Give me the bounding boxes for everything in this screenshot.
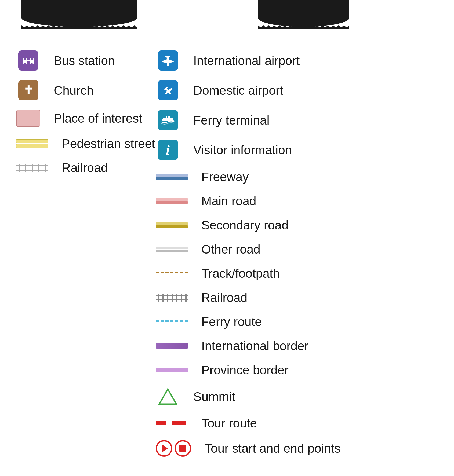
main-road-line-icon xyxy=(156,198,188,204)
railroad-left-icon-container xyxy=(16,164,48,172)
intl-border-line-icon xyxy=(156,343,188,349)
poi-label: Place of interest xyxy=(54,111,142,126)
dom-airport-label: Domestic airport xyxy=(193,83,283,98)
legend-item-other-road: Other road xyxy=(156,237,438,261)
visitor-info-icon-box: i xyxy=(158,140,178,160)
ferry-route-label: Ferry route xyxy=(201,314,262,329)
ped-line-top xyxy=(16,139,48,143)
freeway-label: Freeway xyxy=(201,170,249,184)
legend-item-intl-border: International border xyxy=(156,334,438,358)
legend-item-tour-route: Tour route xyxy=(156,411,438,435)
legend-item-summit: Summit xyxy=(156,382,438,411)
rr-tie-4 xyxy=(172,294,173,302)
railroad-left-label: Railroad xyxy=(62,160,108,175)
rail-ties xyxy=(16,164,48,172)
pedestrian-street-icon xyxy=(16,139,48,148)
other-road-line-icon xyxy=(156,246,188,252)
track-icon-container xyxy=(156,272,188,275)
wavy-shape-right xyxy=(258,0,349,27)
tour-route-line-icon xyxy=(156,421,188,425)
svg-point-5 xyxy=(23,63,26,66)
legend-item-tour-points: Tour start and end points xyxy=(156,435,438,462)
ped-line-bottom xyxy=(16,144,48,148)
right-legend-column: International airport Dom xyxy=(156,46,438,462)
legend-item-visitor-info: i Visitor information xyxy=(156,135,438,165)
tour-route-label: Tour route xyxy=(201,416,257,430)
left-legend-column: Bus station ✝ Church Place of interest xyxy=(16,46,156,462)
legend-item-bus-station: Bus station xyxy=(16,46,156,75)
legend-item-secondary-road: Secondary road xyxy=(156,213,438,237)
legend-item-pedestrian: Pedestrian street xyxy=(16,131,156,156)
svg-rect-7 xyxy=(23,57,34,58)
bus-station-icon-box xyxy=(18,50,38,71)
svg-rect-16 xyxy=(166,116,167,119)
summit-label: Summit xyxy=(193,389,235,404)
secondary-road-line-icon xyxy=(156,222,188,228)
ferry-terminal-icon-box xyxy=(158,110,178,130)
legend-item-railroad-left: Railroad xyxy=(16,156,156,180)
track-label: Track/footpath xyxy=(201,266,280,281)
main-road-icon-container xyxy=(156,198,188,204)
church-icon-box: ✝ xyxy=(18,80,38,100)
legend-item-church: ✝ Church xyxy=(16,75,156,105)
ferry-route-icon-container xyxy=(156,320,188,323)
rail-tie-4 xyxy=(38,164,39,172)
svg-marker-18 xyxy=(159,389,176,404)
svg-point-6 xyxy=(30,63,33,66)
intl-border-label: International border xyxy=(201,339,308,353)
legend-content: Bus station ✝ Church Place of interest xyxy=(0,46,454,462)
svg-point-11 xyxy=(167,64,169,66)
intl-airport-icon-container xyxy=(156,50,180,71)
dom-airport-svg xyxy=(162,85,174,96)
tour-points-icon-container xyxy=(156,440,191,457)
rr-tie-5 xyxy=(176,294,177,302)
freeway-bottom-line xyxy=(156,177,188,180)
legend-item-ferry-route: Ferry route xyxy=(156,310,438,334)
other-road-label: Other road xyxy=(201,242,260,257)
freeway-line-icon xyxy=(156,174,188,180)
other-road-bottom-line xyxy=(156,250,188,252)
visitor-info-i-icon: i xyxy=(166,143,170,157)
ferry-terminal-icon-container xyxy=(156,110,180,130)
railroad-left-icon xyxy=(16,164,48,172)
sec-road-top-line xyxy=(156,222,188,225)
legend-item-track: Track/footpath xyxy=(156,261,438,285)
visitor-info-label: Visitor information xyxy=(193,143,292,157)
secondary-road-icon-container xyxy=(156,222,188,228)
rr-tie-3 xyxy=(167,294,168,302)
other-road-top-line xyxy=(156,247,188,249)
rail-tie-1 xyxy=(19,164,20,172)
ferry-route-line-icon xyxy=(156,320,188,323)
main-road-top-line xyxy=(156,198,188,201)
rail-tie-5 xyxy=(45,164,46,172)
intl-airport-icon-box xyxy=(158,50,178,71)
freeway-top-line xyxy=(156,174,188,177)
tour-stop-square xyxy=(179,445,186,452)
prov-border-line-icon xyxy=(156,368,188,372)
prov-border-icon-container xyxy=(156,368,188,372)
intl-airport-svg xyxy=(161,54,175,67)
freeway-icon-container xyxy=(156,174,188,180)
svg-rect-2 xyxy=(27,58,30,60)
intl-airport-label: International airport xyxy=(193,53,300,68)
dom-airport-icon-container xyxy=(156,80,180,100)
rr-tie-1 xyxy=(158,294,159,302)
main-road-bottom-line xyxy=(156,201,188,204)
pedestrian-label: Pedestrian street xyxy=(62,136,155,151)
wavy-shape-left xyxy=(21,0,137,27)
visitor-info-icon-container: i xyxy=(156,140,180,160)
intl-border-icon-container xyxy=(156,343,188,349)
bus-station-label: Bus station xyxy=(54,53,115,68)
legend-item-freeway: Freeway xyxy=(156,165,438,189)
tour-route-dash-2 xyxy=(172,421,186,425)
ferry-terminal-label: Ferry terminal xyxy=(193,113,270,127)
prov-border-label: Province border xyxy=(201,363,289,377)
rail-tie-2 xyxy=(25,164,26,172)
legend-item-railroad-right: Railroad xyxy=(156,285,438,310)
svg-rect-3 xyxy=(31,58,33,60)
rr-tie-2 xyxy=(162,294,164,302)
svg-point-9 xyxy=(162,60,174,63)
legend-item-prov-border: Province border xyxy=(156,358,438,382)
poi-icon xyxy=(16,110,40,127)
dom-airport-icon-box xyxy=(158,80,178,100)
